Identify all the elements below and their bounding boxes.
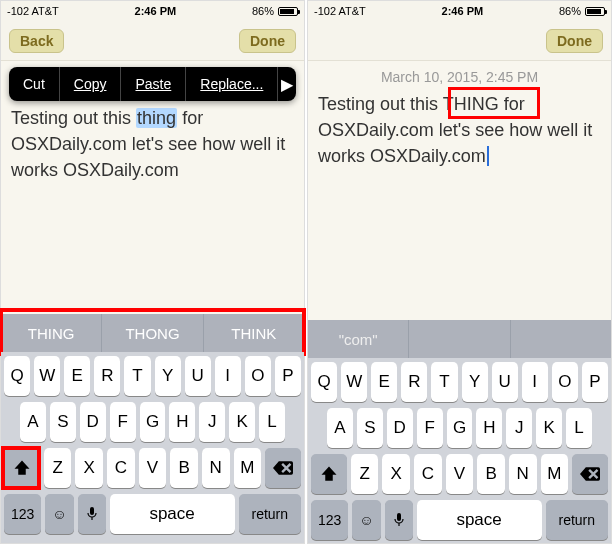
- suggestion-2[interactable]: THONG: [102, 314, 203, 352]
- key-m[interactable]: M: [541, 454, 569, 494]
- key-h[interactable]: H: [169, 402, 195, 442]
- key-a[interactable]: A: [327, 408, 353, 448]
- key-x[interactable]: X: [382, 454, 410, 494]
- done-button[interactable]: Done: [546, 29, 603, 53]
- suggestion-3[interactable]: THINK: [204, 314, 304, 352]
- emoji-key[interactable]: ☺: [45, 494, 73, 534]
- keyboard-area: THING THONG THINK Q W E R T Y U I O P: [1, 314, 304, 543]
- key-d[interactable]: D: [80, 402, 106, 442]
- key-f[interactable]: F: [110, 402, 136, 442]
- suggestion-3[interactable]: [511, 320, 611, 358]
- selected-text[interactable]: thing: [136, 108, 177, 128]
- numbers-key[interactable]: 123: [4, 494, 41, 534]
- key-v[interactable]: V: [446, 454, 474, 494]
- note-content[interactable]: Cut Copy Paste Replace... ▶ Testing out …: [1, 61, 304, 314]
- key-k[interactable]: K: [536, 408, 562, 448]
- keyboard: Q W E R T Y U I O P A S D F G: [308, 358, 611, 543]
- note-content[interactable]: March 10, 2015, 2:45 PM Testing out this…: [308, 61, 611, 320]
- suggestion-1[interactable]: "com": [308, 320, 409, 358]
- key-o[interactable]: O: [552, 362, 578, 402]
- key-i[interactable]: I: [522, 362, 548, 402]
- keyboard-area: "com" Q W E R T Y U I O P: [308, 320, 611, 543]
- key-x[interactable]: X: [75, 448, 103, 488]
- suggestion-2[interactable]: [409, 320, 510, 358]
- key-j[interactable]: J: [199, 402, 225, 442]
- shift-key[interactable]: [311, 454, 347, 494]
- key-i[interactable]: I: [215, 356, 241, 396]
- kb-row-1: Q W E R T Y U I O P: [4, 356, 301, 396]
- suggestion-bar: "com": [308, 320, 611, 358]
- key-p[interactable]: P: [582, 362, 608, 402]
- key-s[interactable]: S: [357, 408, 383, 448]
- return-key[interactable]: return: [546, 500, 608, 540]
- note-text[interactable]: Testing out this thing for OSXDaily.com …: [11, 105, 294, 183]
- backspace-key[interactable]: [572, 454, 608, 494]
- key-s[interactable]: S: [50, 402, 76, 442]
- key-u[interactable]: U: [185, 356, 211, 396]
- key-q[interactable]: Q: [4, 356, 30, 396]
- context-copy[interactable]: Copy: [60, 67, 122, 101]
- key-w[interactable]: W: [341, 362, 367, 402]
- key-p[interactable]: P: [275, 356, 301, 396]
- note-prefix: Testing out this: [11, 108, 136, 128]
- shift-up-icon: [13, 459, 31, 477]
- back-button[interactable]: Back: [9, 29, 64, 53]
- key-e[interactable]: E: [64, 356, 90, 396]
- key-d[interactable]: D: [387, 408, 413, 448]
- key-l[interactable]: L: [566, 408, 592, 448]
- key-g[interactable]: G: [140, 402, 166, 442]
- key-c[interactable]: C: [107, 448, 135, 488]
- kb-row-2: A S D F G H J K L: [311, 408, 608, 448]
- key-t[interactable]: T: [124, 356, 150, 396]
- key-b[interactable]: B: [477, 454, 505, 494]
- numbers-key[interactable]: 123: [311, 500, 348, 540]
- key-n[interactable]: N: [202, 448, 230, 488]
- key-g[interactable]: G: [447, 408, 473, 448]
- key-a[interactable]: A: [20, 402, 46, 442]
- key-u[interactable]: U: [492, 362, 518, 402]
- key-c[interactable]: C: [414, 454, 442, 494]
- key-o[interactable]: O: [245, 356, 271, 396]
- return-key[interactable]: return: [239, 494, 301, 534]
- key-e[interactable]: E: [371, 362, 397, 402]
- key-r[interactable]: R: [94, 356, 120, 396]
- done-button[interactable]: Done: [239, 29, 296, 53]
- status-bar: -102 AT&T 2:46 PM 86%: [1, 1, 304, 21]
- key-n[interactable]: N: [509, 454, 537, 494]
- space-key[interactable]: space: [417, 500, 542, 540]
- key-w[interactable]: W: [34, 356, 60, 396]
- battery-icon: [585, 7, 605, 16]
- note-text[interactable]: Testing out this THING for OSXDaily.com …: [318, 91, 601, 169]
- key-t[interactable]: T: [431, 362, 457, 402]
- key-r[interactable]: R: [401, 362, 427, 402]
- mic-key[interactable]: [385, 500, 413, 540]
- kb-row-3: Z X C V B N M: [311, 454, 608, 494]
- emoji-key[interactable]: ☺: [352, 500, 380, 540]
- key-m[interactable]: M: [234, 448, 262, 488]
- key-z[interactable]: Z: [351, 454, 379, 494]
- space-key[interactable]: space: [110, 494, 235, 534]
- key-v[interactable]: V: [139, 448, 167, 488]
- key-z[interactable]: Z: [44, 448, 72, 488]
- context-paste[interactable]: Paste: [121, 67, 186, 101]
- context-replace[interactable]: Replace...: [186, 67, 278, 101]
- key-y[interactable]: Y: [155, 356, 181, 396]
- battery-percent: 86%: [252, 5, 274, 17]
- shift-key[interactable]: [4, 448, 40, 488]
- key-l[interactable]: L: [259, 402, 285, 442]
- key-q[interactable]: Q: [311, 362, 337, 402]
- note-highlight: THING: [443, 94, 499, 114]
- carrier-text: -102 AT&T: [7, 5, 59, 17]
- key-h[interactable]: H: [476, 408, 502, 448]
- key-f[interactable]: F: [417, 408, 443, 448]
- key-b[interactable]: B: [170, 448, 198, 488]
- context-more-icon[interactable]: ▶: [278, 67, 296, 101]
- mic-key[interactable]: [78, 494, 106, 534]
- backspace-key[interactable]: [265, 448, 301, 488]
- key-j[interactable]: J: [506, 408, 532, 448]
- key-k[interactable]: K: [229, 402, 255, 442]
- key-y[interactable]: Y: [462, 362, 488, 402]
- suggestion-1[interactable]: THING: [1, 314, 102, 352]
- kb-row-3: Z X C V B N M: [4, 448, 301, 488]
- context-cut[interactable]: Cut: [9, 67, 60, 101]
